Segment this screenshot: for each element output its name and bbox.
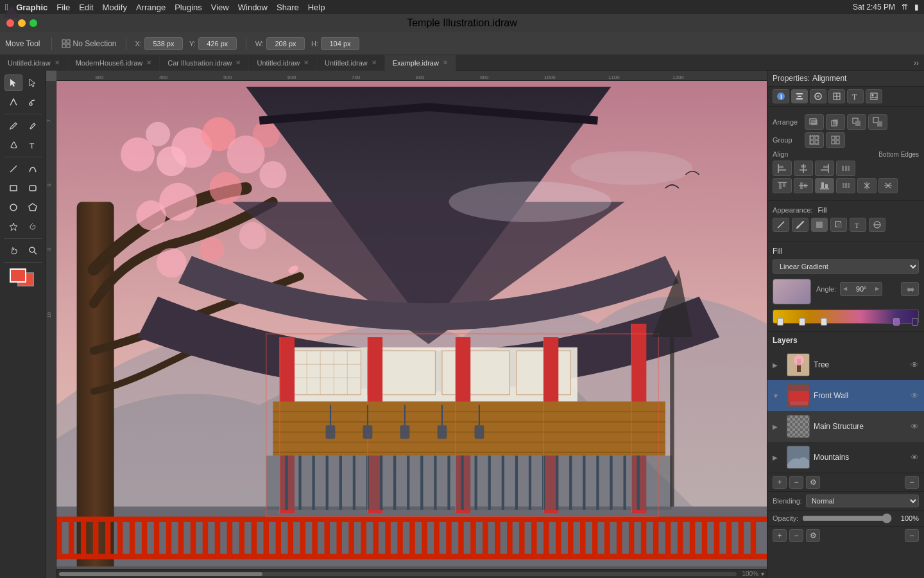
rect-tool[interactable] — [4, 180, 22, 197]
align-vmiddle-btn[interactable] — [794, 178, 813, 193]
menu-window[interactable]: Window — [238, 3, 268, 12]
shadow-icon[interactable] — [830, 218, 847, 232]
scroll-thumb-horizontal[interactable] — [59, 572, 262, 576]
ungroup-btn[interactable] — [826, 132, 845, 148]
tab-close-4[interactable]: ✕ — [304, 59, 309, 66]
remove-layer-btn-2[interactable]: − — [789, 529, 803, 542]
text-tool[interactable]: T — [24, 137, 42, 153]
align-bottom-btn[interactable] — [815, 178, 834, 193]
flip-h-btn[interactable] — [857, 178, 877, 193]
align-tab[interactable] — [791, 89, 808, 103]
gradient-swatch[interactable] — [773, 279, 811, 304]
rounded-rect-tool[interactable] — [24, 180, 42, 197]
tab-untitled-2[interactable]: Untitled.idraw ✕ — [249, 55, 317, 71]
text-tab[interactable]: T — [847, 89, 864, 103]
line-tool[interactable] — [4, 161, 22, 177]
horizontal-scrollbar[interactable]: 100% ▾ — [56, 569, 767, 578]
table-tab[interactable] — [828, 89, 845, 103]
align-right-btn[interactable] — [815, 161, 834, 176]
layer-structure-expand[interactable]: ▶ — [773, 423, 783, 430]
layer-tree[interactable]: ▶ Tree 👁 — [767, 349, 924, 380]
layer-settings-btn-2[interactable]: ⚙ — [806, 529, 820, 542]
layer-structure-visibility[interactable]: 👁 — [911, 422, 919, 432]
appearance-tab[interactable] — [810, 89, 826, 103]
tab-close-5[interactable]: ✕ — [372, 59, 377, 66]
w-input[interactable] — [266, 37, 305, 50]
ellipse-tool[interactable] — [4, 199, 22, 216]
tabs-overflow-button[interactable]: ›› — [909, 58, 924, 67]
image-tab[interactable] — [866, 89, 882, 103]
hand-tool[interactable] — [4, 242, 22, 259]
spiral-tool[interactable] — [24, 218, 42, 235]
tab-example[interactable]: Example.idraw ✕ — [385, 55, 456, 71]
select-tool[interactable] — [4, 74, 22, 91]
gradient-stop-3[interactable] — [821, 318, 827, 326]
align-justify-btn[interactable] — [836, 161, 855, 176]
reverse-gradient-btn[interactable] — [901, 282, 919, 296]
group-btn[interactable] — [805, 132, 824, 148]
menu-plugins[interactable]: Plugins — [175, 3, 202, 12]
text-style-icon[interactable]: T — [850, 218, 866, 232]
gradient-stop-2[interactable] — [799, 318, 805, 326]
foreground-color-well[interactable] — [10, 268, 26, 283]
layer-mountains[interactable]: ▶ Mountains 👁 — [767, 442, 924, 473]
node-tool[interactable] — [4, 94, 22, 110]
shape-fill-icon[interactable] — [811, 218, 828, 232]
layer-more-btn[interactable]: − — [905, 476, 919, 489]
zoom-tool[interactable] — [24, 242, 42, 259]
add-layer-btn[interactable]: + — [773, 476, 787, 489]
layer-tree-visibility[interactable]: 👁 — [911, 360, 919, 370]
tab-untitled-1[interactable]: Untitled.idraw ✕ — [0, 55, 68, 71]
gradient-stop-4[interactable] — [893, 318, 900, 326]
tab-modernhouse[interactable]: ModernHouse6.idraw ✕ — [68, 55, 160, 71]
direct-select-tool[interactable] — [24, 74, 42, 91]
menu-edit[interactable]: Edit — [79, 3, 93, 12]
zoom-dropdown[interactable]: ▾ — [761, 570, 764, 577]
tab-close-1[interactable]: ✕ — [55, 59, 60, 66]
maximize-button[interactable] — [30, 19, 37, 27]
arrange-back-btn[interactable] — [868, 114, 887, 130]
angle-decrement[interactable]: ◀ — [843, 286, 847, 292]
menu-share[interactable]: Share — [277, 3, 299, 12]
tab-close-3[interactable]: ✕ — [235, 59, 241, 66]
arrange-forward-btn[interactable] — [826, 114, 845, 130]
layer-main-structure[interactable]: ▶ Main Structure 👁 — [767, 411, 924, 442]
menu-file[interactable]: File — [56, 3, 70, 12]
align-left-btn[interactable] — [773, 161, 792, 176]
canvas-content[interactable] — [56, 81, 767, 566]
menu-view[interactable]: View — [211, 3, 229, 12]
y-input[interactable] — [198, 37, 237, 50]
bezier-tool[interactable] — [24, 161, 42, 177]
blending-select[interactable]: Normal Multiply Screen Overlay Darken Li… — [806, 495, 919, 507]
arrange-backward-btn[interactable] — [847, 114, 866, 130]
tab-close-2[interactable]: ✕ — [146, 59, 151, 66]
align-top-btn[interactable] — [773, 178, 792, 193]
layer-wall-visibility[interactable]: 👁 — [911, 391, 919, 401]
fill-icon[interactable] — [792, 218, 809, 232]
fill-tool[interactable] — [4, 137, 22, 153]
style-extra-icon[interactable] — [869, 218, 886, 232]
pencil-tool[interactable] — [24, 118, 42, 134]
remove-layer-btn[interactable]: − — [789, 476, 803, 489]
align-center-btn[interactable] — [794, 161, 813, 176]
layer-mountains-visibility[interactable]: 👁 — [911, 453, 919, 462]
align-distribute-btn[interactable] — [836, 178, 855, 193]
info-tab[interactable]: i — [773, 89, 789, 103]
flip-v-btn[interactable] — [878, 178, 898, 193]
polygon-tool[interactable] — [24, 199, 42, 216]
add-layer-btn-2[interactable]: + — [773, 529, 787, 542]
menu-modify[interactable]: Modify — [103, 3, 127, 12]
angle-increment[interactable]: ▶ — [875, 286, 879, 292]
stroke-icon[interactable] — [773, 218, 789, 232]
tab-close-6[interactable]: ✕ — [443, 59, 448, 66]
tab-untitled-3[interactable]: Untitled.idraw ✕ — [317, 55, 385, 71]
layer-mountains-expand[interactable]: ▶ — [773, 454, 783, 461]
gradient-bar-full[interactable] — [773, 310, 919, 324]
menu-help[interactable]: Help — [308, 3, 325, 12]
layer-wall-expand[interactable]: ▼ — [773, 392, 783, 399]
layer-tree-expand[interactable]: ▶ — [773, 362, 783, 369]
convert-tool[interactable] — [24, 94, 42, 110]
fill-type-select[interactable]: Linear Gradient Radial Gradient Solid Co… — [773, 259, 919, 274]
star-tool[interactable] — [4, 218, 22, 235]
x-input[interactable] — [144, 37, 183, 50]
